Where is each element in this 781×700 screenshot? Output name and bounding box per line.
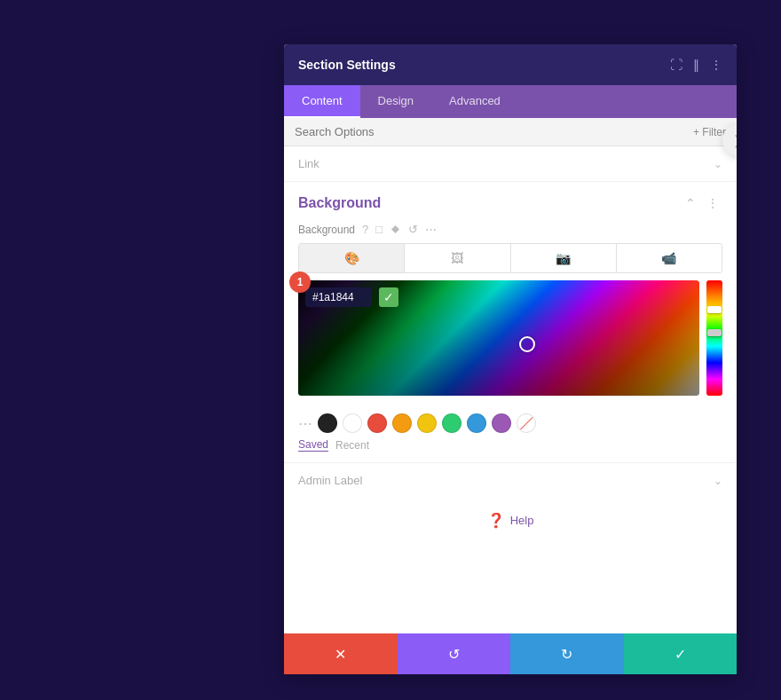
panel-title: Section Settings — [298, 58, 396, 72]
background-controls-label: Background — [298, 224, 355, 236]
collapse-icon[interactable]: ⌃ — [682, 194, 699, 212]
copy-icon[interactable]: □ — [375, 223, 383, 236]
tab-bar: Content Design Advanced — [284, 85, 737, 118]
bg-options-icon[interactable]: ⋯ — [425, 223, 437, 236]
panel-footer: ✕ ↺ ↻ ✓ — [284, 633, 737, 674]
hue-handle-bottom — [707, 329, 722, 336]
cursor-icon[interactable]: ⯁ — [390, 223, 401, 236]
admin-label-row[interactable]: Admin Label ⌄ — [284, 462, 737, 498]
expand-icon[interactable]: ⛶ — [670, 58, 682, 72]
tab-content[interactable]: Content — [284, 85, 360, 118]
reset-icon: ↺ — [448, 646, 460, 663]
hex-confirm-button[interactable]: ✓ — [379, 287, 398, 307]
color-cursor[interactable] — [519, 336, 535, 352]
bg-type-color[interactable]: 🎨 — [299, 244, 405, 272]
recent-tab[interactable]: Recent — [335, 439, 369, 452]
more-swatches-icon[interactable]: ⋯ — [298, 415, 312, 432]
panel-header: Section Settings ⛶ ‖ ⋮ — [284, 44, 737, 85]
hex-input[interactable] — [305, 287, 372, 307]
swatch-black[interactable] — [318, 413, 337, 433]
help-row: ❓ Help — [284, 498, 737, 543]
section-settings-panel: Section Settings ⛶ ‖ ⋮ Content Design Ad… — [284, 44, 737, 674]
swatch-white[interactable] — [343, 413, 362, 433]
swatch-red[interactable] — [367, 413, 387, 433]
swatch-green[interactable] — [442, 413, 462, 433]
reset-button[interactable]: ↺ — [398, 633, 511, 674]
swatch-none[interactable] — [517, 413, 536, 433]
link-chevron-icon: ⌄ — [714, 158, 722, 170]
swatches-row: ⋯ — [284, 406, 737, 437]
swatch-purple[interactable] — [492, 413, 511, 433]
cancel-button[interactable]: ✕ — [284, 633, 398, 674]
bg-type-video[interactable]: 📹 — [617, 244, 722, 272]
undo-icon[interactable]: ↺ — [408, 223, 418, 236]
hue-slider[interactable] — [706, 280, 722, 396]
cancel-icon: ✕ — [335, 646, 346, 663]
link-section-row[interactable]: Link ⌄ — [284, 146, 737, 182]
background-controls-row: Background ? □ ⯁ ↺ ⋯ — [284, 219, 737, 243]
bg-type-image[interactable]: 🖼 — [405, 244, 510, 272]
filter-button[interactable]: + Filter — [693, 126, 726, 138]
background-header-icons: ⌃ ⋮ — [682, 194, 722, 212]
save-button[interactable]: ✓ — [624, 633, 738, 674]
hue-slider-track — [706, 280, 722, 396]
picker-row: ✓ — [298, 280, 722, 396]
bg-type-gradient[interactable]: 📷 — [511, 244, 617, 272]
link-label: Link — [298, 157, 320, 170]
background-title: Background — [298, 195, 381, 211]
help-icon[interactable]: ❓ — [487, 512, 505, 529]
step-badge: 1 — [289, 271, 311, 293]
side-close-icon: ❯ — [733, 133, 737, 147]
tab-design[interactable]: Design — [360, 85, 431, 118]
hue-handle-top — [707, 306, 722, 313]
admin-label-text: Admin Label — [298, 474, 362, 487]
search-bar: + Filter — [284, 118, 737, 146]
saved-recent-row: Saved Recent — [284, 437, 737, 462]
save-icon: ✓ — [674, 646, 686, 663]
redo-icon: ↻ — [561, 646, 572, 663]
more-vert-icon[interactable]: ⋮ — [710, 58, 722, 72]
admin-label-chevron-icon: ⌄ — [714, 475, 722, 487]
panel-body: Link ⌄ Background ⌃ ⋮ Background ? □ ⯁ ↺… — [284, 146, 737, 633]
tab-advanced[interactable]: Advanced — [431, 85, 518, 118]
color-picker-container: 1 ✓ — [298, 280, 722, 396]
columns-icon[interactable]: ‖ — [693, 58, 699, 72]
help-circle-icon[interactable]: ? — [362, 223, 368, 236]
help-label[interactable]: Help — [510, 514, 534, 527]
redo-button[interactable]: ↻ — [510, 633, 624, 674]
background-section-header: Background ⌃ ⋮ — [284, 182, 737, 219]
color-spectrum-area[interactable]: ✓ — [298, 280, 699, 396]
hex-bar: ✓ — [305, 287, 398, 307]
search-input[interactable] — [295, 125, 693, 138]
swatch-orange[interactable] — [392, 413, 412, 433]
background-type-tabs: 🎨 🖼 📷 📹 — [298, 243, 722, 273]
saved-tab[interactable]: Saved — [298, 438, 328, 452]
bg-more-icon[interactable]: ⋮ — [703, 194, 722, 212]
swatch-blue[interactable] — [467, 413, 486, 433]
header-icons: ⛶ ‖ ⋮ — [670, 58, 722, 72]
swatch-yellow[interactable] — [417, 413, 437, 433]
